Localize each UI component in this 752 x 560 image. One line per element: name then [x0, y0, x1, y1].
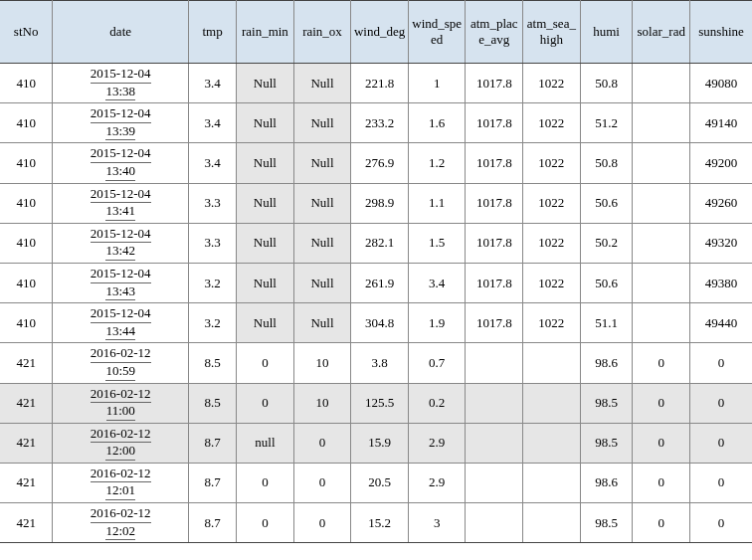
col-header-solar-rad: solar_rad [633, 1, 690, 64]
col-header-date: date [53, 1, 189, 64]
cell-date: 2016-02-1212:00 [53, 423, 189, 463]
cell-rain_ox: Null [293, 303, 351, 343]
table-row: 4212016-02-1210:598.50103.80.798.600 [0, 343, 752, 383]
cell-humi: 98.5 [580, 383, 633, 423]
cell-atm_sea_high: 1022 [523, 303, 581, 343]
cell-atm_sea_high: 1022 [523, 64, 581, 103]
cell-wind_speed: 1.2 [408, 143, 466, 183]
cell-sunshine: 0 [690, 423, 752, 463]
table-row: 4212016-02-1212:008.7null015.92.998.500 [0, 423, 752, 463]
cell-tmp: 3.2 [189, 263, 237, 302]
cell-sunshine: 49380 [690, 263, 752, 302]
cell-wind_speed: 0.2 [408, 383, 466, 423]
cell-sunshine: 49140 [690, 103, 752, 143]
cell-wind_speed: 1.5 [408, 223, 466, 263]
cell-date: 2015-12-0413:40 [53, 143, 189, 183]
cell-humi: 51.2 [580, 103, 633, 143]
cell-stNo: 421 [0, 503, 53, 543]
cell-wind_deg: 233.2 [351, 103, 409, 143]
col-header-wind-speed: wind_speed [408, 1, 466, 64]
cell-stNo: 421 [0, 383, 53, 423]
cell-rain_min: Null [237, 103, 294, 143]
cell-solar_rad [633, 64, 690, 103]
cell-solar_rad [633, 223, 690, 263]
col-header-rain-ox: rain_ox [293, 1, 351, 64]
cell-solar_rad: 0 [633, 383, 690, 423]
cell-atm_sea_high: 1022 [523, 263, 581, 302]
cell-atm_place_avg: 1017.8 [466, 143, 523, 183]
table-row: 4212016-02-1212:018.70020.52.998.600 [0, 463, 752, 502]
cell-humi: 98.6 [580, 343, 633, 383]
cell-stNo: 421 [0, 463, 53, 502]
cell-rain_ox: Null [293, 103, 351, 143]
cell-sunshine: 49200 [690, 143, 752, 183]
cell-tmp: 3.4 [189, 64, 237, 103]
cell-date: 2016-02-1212:02 [53, 503, 189, 543]
cell-tmp: 3.4 [189, 103, 237, 143]
cell-sunshine: 0 [690, 503, 752, 543]
cell-sunshine: 49440 [690, 303, 752, 343]
cell-solar_rad [633, 143, 690, 183]
cell-atm_place_avg: 1017.8 [466, 64, 523, 103]
cell-solar_rad [633, 183, 690, 223]
cell-humi: 50.8 [580, 143, 633, 183]
cell-stNo: 410 [0, 263, 53, 302]
table-header-row: stNo date tmp rain_min rain_ox wind_deg … [0, 1, 752, 64]
cell-wind_speed: 3.4 [408, 263, 466, 302]
col-header-atm-sea-high: atm_sea_high [523, 1, 581, 64]
cell-sunshine: 0 [690, 383, 752, 423]
cell-tmp: 8.7 [189, 463, 237, 502]
table-row: 4102015-12-0413:443.2NullNull304.81.9101… [0, 303, 752, 343]
cell-rain_min: Null [237, 64, 294, 103]
col-header-rain-min: rain_min [237, 1, 294, 64]
cell-rain_ox: 0 [293, 423, 351, 463]
cell-rain_min: Null [237, 263, 294, 302]
cell-stNo: 410 [0, 143, 53, 183]
cell-solar_rad: 0 [633, 463, 690, 502]
cell-rain_min: 0 [237, 383, 294, 423]
cell-tmp: 8.7 [189, 423, 237, 463]
cell-rain_ox: 0 [293, 463, 351, 502]
col-header-sunshine: sunshine [690, 1, 752, 64]
cell-humi: 98.6 [580, 463, 633, 502]
cell-atm_sea_high [523, 383, 581, 423]
cell-tmp: 3.3 [189, 223, 237, 263]
cell-stNo: 421 [0, 343, 53, 383]
cell-atm_place_avg: 1017.8 [466, 223, 523, 263]
cell-tmp: 8.5 [189, 383, 237, 423]
cell-rain_min: 0 [237, 463, 294, 502]
cell-wind_speed: 1 [408, 64, 466, 103]
cell-wind_deg: 15.9 [351, 423, 409, 463]
cell-wind_deg: 276.9 [351, 143, 409, 183]
table-row: 4102015-12-0413:413.3NullNull298.91.1101… [0, 183, 752, 223]
cell-date: 2015-12-0413:42 [53, 223, 189, 263]
cell-solar_rad: 0 [633, 343, 690, 383]
cell-sunshine: 0 [690, 343, 752, 383]
col-header-wind-deg: wind_deg [351, 1, 409, 64]
cell-wind_deg: 15.2 [351, 503, 409, 543]
col-header-tmp: tmp [189, 1, 237, 64]
cell-atm_place_avg [466, 503, 523, 543]
cell-rain_min: Null [237, 143, 294, 183]
cell-atm_place_avg [466, 423, 523, 463]
cell-solar_rad [633, 103, 690, 143]
cell-rain_ox: Null [293, 183, 351, 223]
table-row: 4102015-12-0413:393.4NullNull233.21.6101… [0, 103, 752, 143]
cell-date: 2015-12-0413:41 [53, 183, 189, 223]
cell-atm_place_avg: 1017.8 [466, 303, 523, 343]
cell-tmp: 3.2 [189, 303, 237, 343]
cell-humi: 50.2 [580, 223, 633, 263]
table-row: 4102015-12-0413:433.2NullNull261.93.4101… [0, 263, 752, 302]
cell-tmp: 8.7 [189, 503, 237, 543]
cell-atm_place_avg: 1017.8 [466, 263, 523, 302]
cell-solar_rad: 0 [633, 423, 690, 463]
cell-stNo: 410 [0, 64, 53, 103]
cell-stNo: 410 [0, 103, 53, 143]
cell-date: 2016-02-1210:59 [53, 343, 189, 383]
cell-wind_speed: 3 [408, 503, 466, 543]
table-row: 4102015-12-0413:423.3NullNull282.11.5101… [0, 223, 752, 263]
cell-humi: 50.6 [580, 183, 633, 223]
col-header-stno: stNo [0, 1, 53, 64]
cell-stNo: 410 [0, 183, 53, 223]
cell-wind_speed: 1.9 [408, 303, 466, 343]
